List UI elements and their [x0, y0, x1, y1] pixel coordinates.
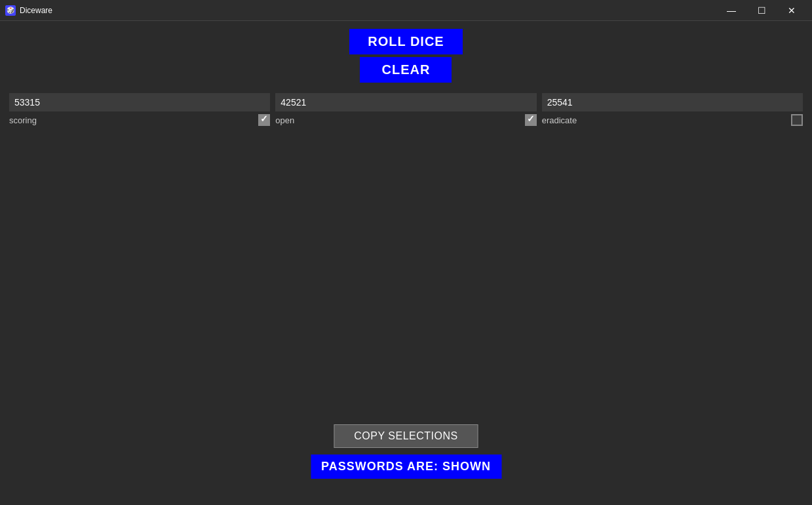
dice-checkbox-1[interactable]	[525, 114, 537, 126]
bottom-area: COPY SELECTIONS PASSWORDS ARE: SHOWN	[311, 424, 501, 479]
minimize-button[interactable]: —	[716, 0, 746, 21]
dice-word-row: eradicate	[542, 114, 803, 126]
dice-checkbox-2[interactable]	[791, 114, 803, 126]
maximize-button[interactable]: ☐	[746, 0, 777, 21]
dice-word-1: open	[275, 115, 520, 125]
dice-checkbox-0[interactable]	[258, 114, 270, 126]
dice-number-input-2[interactable]	[542, 93, 803, 111]
dice-word-row: open	[275, 114, 536, 126]
dice-word-2: eradicate	[542, 115, 787, 125]
dice-entries: scoringopeneradicate	[0, 83, 812, 126]
roll-dice-button[interactable]: ROLL DICE	[349, 29, 462, 54]
dice-number-input-0[interactable]	[9, 93, 270, 111]
title-bar-controls: — ☐ ✕	[716, 0, 807, 21]
dice-entry: eradicate	[539, 93, 805, 126]
title-bar-left: 🎲 Diceware	[5, 5, 52, 16]
copy-selections-button[interactable]: COPY SELECTIONS	[334, 424, 478, 448]
app-icon: 🎲	[5, 5, 16, 16]
dice-word-row: scoring	[9, 114, 270, 126]
title-bar: 🎲 Diceware — ☐ ✕	[0, 0, 812, 21]
clear-button[interactable]: CLEAR	[360, 57, 452, 83]
app-title: Diceware	[20, 6, 52, 15]
main-content: ROLL DICE CLEAR scoringopeneradicate COP…	[0, 21, 812, 505]
dice-entry: open	[273, 93, 539, 126]
dice-word-0: scoring	[9, 115, 254, 125]
top-buttons: ROLL DICE CLEAR	[349, 29, 462, 83]
dice-entry: scoring	[7, 93, 273, 126]
dice-number-input-1[interactable]	[275, 93, 536, 111]
passwords-shown-button[interactable]: PASSWORDS ARE: SHOWN	[311, 455, 501, 479]
close-button[interactable]: ✕	[777, 0, 807, 21]
